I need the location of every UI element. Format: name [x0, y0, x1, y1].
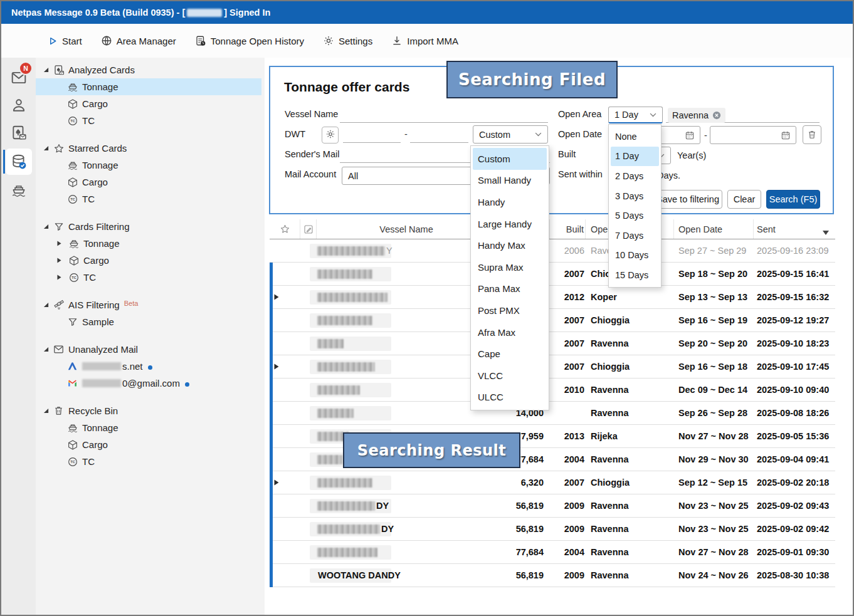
size-option-vlcc[interactable]: VLCC	[471, 365, 549, 387]
rail-item-mail[interactable]: N	[1, 65, 36, 90]
table-row[interactable]: 77,6842004RavennaNov 27 ~ Nov 282025-09-…	[270, 541, 835, 564]
days-option-5-days[interactable]: 5 Days	[609, 206, 661, 226]
sidebar-item-analyzed-cards-tonnage[interactable]: Tonnage	[36, 78, 261, 95]
sidebar-item-recycle-bin-tonnage[interactable]: Tonnage	[36, 419, 261, 436]
rail-item-person[interactable]	[1, 93, 36, 118]
sidebar-group-starred-cards[interactable]: Starred Cards	[36, 140, 261, 157]
sidebar-group-analyzed-cards[interactable]: Analyzed Cards	[36, 61, 261, 78]
sidebar-item-email[interactable]: s.net	[36, 358, 261, 375]
header-open-date[interactable]: Open Date	[674, 219, 754, 239]
tree-expanded-icon[interactable]	[43, 224, 49, 229]
clear-button[interactable]: Clear	[727, 190, 761, 209]
sidebar-item-recycle-bin-tc[interactable]: TCTC	[36, 453, 261, 470]
size-option-pana-max[interactable]: Pana Max	[471, 278, 549, 300]
dwt-min-input[interactable]	[343, 127, 401, 143]
days-option-2-days[interactable]: 2 Days	[609, 166, 661, 186]
remove-tag-icon[interactable]	[712, 111, 721, 120]
sidebar-item-email[interactable]: 0@gmail.com	[36, 375, 261, 392]
dwt-max-input[interactable]	[410, 127, 468, 143]
sidebar-group-recycle-bin[interactable]: Recycle Bin	[36, 402, 261, 419]
tree-collapsed-icon[interactable]	[57, 258, 61, 263]
toolbar-item-settings[interactable]: Settings	[323, 35, 372, 46]
size-category-select[interactable]: Custom	[473, 125, 548, 144]
tree-expanded-icon[interactable]	[43, 347, 49, 352]
toolbar-item-tonnage-open-history[interactable]: Tonnage Open History	[195, 35, 304, 46]
sidebar-item-cards-filtering-tc[interactable]: TCTC	[36, 269, 261, 286]
size-option-cape[interactable]: Cape	[471, 343, 549, 365]
row-star-cell[interactable]	[270, 355, 300, 378]
header-edit-column[interactable]	[300, 219, 317, 239]
row-star-cell[interactable]	[270, 494, 300, 517]
toolbar-item-area-manager[interactable]: Area Manager	[101, 35, 176, 46]
vessel-name-input[interactable]	[340, 107, 548, 123]
sidebar-item-analyzed-cards-cargo[interactable]: Cargo	[36, 95, 261, 112]
tree-collapsed-icon[interactable]	[57, 274, 61, 280]
sidebar-item-starred-cards-cargo[interactable]: Cargo	[36, 174, 261, 191]
row-star-cell[interactable]	[270, 425, 300, 447]
row-star-cell[interactable]	[270, 263, 300, 285]
row-star-cell[interactable]	[270, 448, 300, 471]
tree-expanded-icon[interactable]	[43, 408, 49, 414]
header-vessel-name[interactable]: Vessel Name	[317, 219, 497, 239]
row-star-cell[interactable]	[270, 286, 300, 308]
rail-item-database-check[interactable]	[1, 149, 36, 174]
row-star-cell[interactable]	[270, 471, 300, 494]
sidebar-item-analyzed-cards-tc[interactable]: TCTC	[36, 112, 261, 129]
days-option-10-days[interactable]: 10 Days	[609, 246, 661, 266]
clear-date-button[interactable]	[803, 125, 821, 144]
tree-expanded-icon[interactable]	[43, 67, 49, 73]
dwt-settings-button[interactable]	[322, 127, 339, 144]
table-row[interactable]: 14,000RavennaSep 26 ~ Sep 282025-09-08 1…	[270, 402, 835, 425]
table-row[interactable]: 2010RavennaDec 09 ~ Dec 142025-09-10 09:…	[270, 378, 835, 402]
row-star-cell[interactable]	[270, 541, 300, 563]
row-star-cell[interactable]	[270, 239, 300, 262]
row-star-cell[interactable]	[270, 332, 300, 355]
row-expand-icon[interactable]	[274, 363, 279, 370]
sidebar-item-ais-filtering-sample[interactable]: Sample	[36, 313, 261, 330]
size-option-small-handy[interactable]: Small Handy	[471, 170, 549, 192]
rail-item-ship[interactable]	[1, 178, 36, 203]
sidebar-group-unanalyzed-mail[interactable]: Unanalyzed Mail	[36, 341, 261, 358]
size-option-large-handy[interactable]: Large Handy	[471, 213, 549, 235]
sidebar-group-cards-filtering[interactable]: Cards Filtering	[36, 218, 261, 235]
size-option-post-pmx[interactable]: Post PMX	[471, 300, 549, 321]
size-option-afra-max[interactable]: Afra Max	[471, 321, 549, 343]
table-row[interactable]: 6,3202007ChioggiaSep 12 ~ Sep 152025-09-…	[270, 471, 835, 494]
row-star-cell[interactable]	[270, 564, 300, 587]
table-row[interactable]: WOOTANG DANDY56,8192009RavennaNov 24 ~ N…	[270, 564, 835, 587]
open-area-days-select[interactable]: 1 Day	[608, 107, 663, 123]
sidebar-item-cards-filtering-cargo[interactable]: Cargo	[36, 252, 261, 269]
table-row[interactable]: 2007RavennaSep 20 ~ Sep 202025-09-10 18:…	[270, 332, 835, 355]
sidebar-item-recycle-bin-cargo[interactable]: Cargo	[36, 436, 261, 453]
table-row[interactable]: DY56,8192009RavennaNov 23 ~ Nov 252025-0…	[270, 494, 835, 518]
table-row[interactable]: 2007ChioggiaSep 18 ~ Sep 202025-09-15 16…	[270, 263, 835, 286]
days-option-1-day[interactable]: 1 Day	[611, 147, 659, 167]
size-option-handy[interactable]: Handy	[471, 191, 549, 213]
tree-expanded-icon[interactable]	[43, 145, 49, 151]
table-row[interactable]: 2007ChioggiaSep 16 ~ Sep 192025-09-12 19…	[270, 309, 835, 332]
header-sent[interactable]: Sent	[754, 219, 835, 239]
toolbar-item-import-mma[interactable]: Import MMA	[391, 35, 458, 46]
table-row[interactable]: 2007ChioggiaSep 16 ~ Sep 182025-09-10 17…	[270, 355, 835, 378]
table-row[interactable]: Y2006RavennaSep 27 ~ Sep 292025-09-16 23…	[270, 239, 835, 263]
sidebar-item-cards-filtering-tonnage[interactable]: Tonnage	[36, 235, 261, 252]
size-option-handy-max[interactable]: Handy Max	[471, 234, 549, 256]
rail-item-card-spade[interactable]	[1, 120, 36, 145]
row-star-cell[interactable]	[270, 309, 300, 331]
sidebar-item-starred-cards-tonnage[interactable]: Tonnage	[36, 157, 261, 174]
header-star-column[interactable]	[270, 219, 300, 239]
size-option-supra-max[interactable]: Supra Max	[471, 256, 549, 278]
table-row[interactable]: DY56,8192009RavennaNov 23 ~ Nov 252025-0…	[270, 518, 835, 541]
search-button[interactable]: Search (F5)	[766, 190, 820, 209]
size-option-ulcc[interactable]: ULCC	[471, 387, 549, 409]
area-tag-ravenna[interactable]: Ravenna	[668, 108, 725, 123]
days-option-7-days[interactable]: 7 Days	[609, 226, 661, 246]
sidebar-group-ais-filtering[interactable]: AIS FilteringBeta	[36, 296, 261, 313]
open-date-to-input[interactable]	[710, 126, 796, 144]
days-option-3-days[interactable]: 3 Days	[609, 186, 661, 206]
row-expand-icon[interactable]	[274, 294, 279, 300]
row-star-cell[interactable]	[270, 402, 300, 424]
toolbar-item-start[interactable]: Start	[48, 36, 82, 46]
row-star-cell[interactable]	[270, 378, 300, 401]
days-option-none[interactable]: None	[609, 127, 661, 147]
